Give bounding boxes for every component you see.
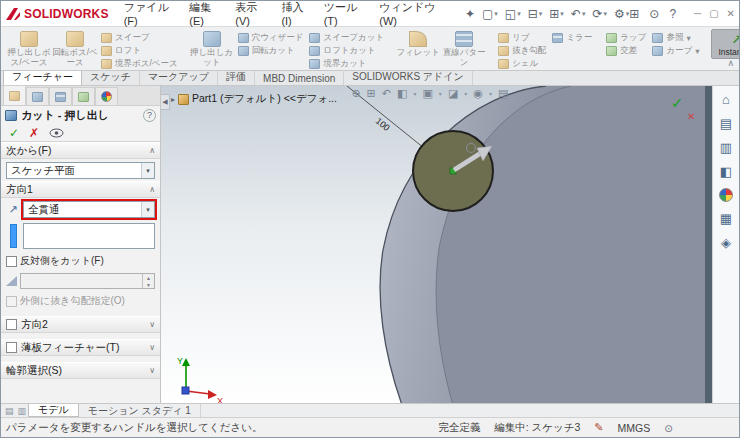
status-icon[interactable]: ⊙ [649, 7, 659, 21]
wrap-button[interactable]: ラップ [603, 31, 649, 44]
undo-button[interactable]: ↶▾ [571, 7, 586, 21]
chevron-down-icon[interactable]: ▾ [439, 90, 442, 97]
lofted-cut-button[interactable]: ロフトカット [306, 44, 387, 57]
print-button[interactable]: ⊞▾ [549, 7, 564, 21]
fillet-button[interactable]: フィレット [395, 29, 441, 58]
splitter-icon[interactable]: ▤ [3, 404, 16, 417]
loft-button[interactable]: ロフト [98, 44, 181, 57]
revolved-boss-button[interactable]: 回転ボス/ベース [52, 29, 98, 68]
save-button[interactable]: ⊟▾ [528, 7, 543, 21]
menu-item-view[interactable]: 表示(V) [228, 0, 274, 30]
swept-cut-button[interactable]: スイープカット [306, 31, 387, 44]
graphics-viewport[interactable]: 100 ✓ ✕ Y X [161, 86, 705, 403]
options-button[interactable]: ⚙▾ [614, 7, 629, 21]
reference-geometry-button[interactable]: 参照▾ [649, 31, 702, 44]
menu-item-file[interactable]: ファイル(F) [117, 0, 183, 30]
section-header-direction2[interactable]: 方向2 ∨ [1, 316, 160, 333]
tab-evaluate[interactable]: 評価 [218, 69, 255, 85]
view-palette-icon[interactable]: ▦ [720, 211, 732, 226]
end-condition-dropdown[interactable]: 全貫通 ▾ [23, 201, 155, 218]
home-icon[interactable]: ⌂ [722, 92, 730, 107]
tab-solidworks-addins[interactable]: SOLIDWORKS アドイン [344, 69, 473, 85]
section-header-from[interactable]: 次から(F) ∧ [1, 142, 160, 159]
flip-side-checkbox[interactable] [6, 256, 17, 267]
resources-icon[interactable]: ▤ [720, 116, 732, 131]
menu-item-edit[interactable]: 編集(E) [182, 0, 228, 30]
boundary-cut-button[interactable]: 境界カット [306, 57, 387, 70]
design-library-icon[interactable]: ▥ [720, 140, 732, 155]
menu-item-insert[interactable]: 挿入(I) [274, 0, 316, 30]
from-dropdown[interactable]: スケッチ平面 ▾ [6, 162, 155, 179]
taskpane-splitter[interactable] [705, 86, 712, 403]
spin-up-icon[interactable]: ▲ [143, 274, 154, 281]
spin-down-icon[interactable]: ▼ [143, 281, 154, 288]
boundary-boss-button[interactable]: 境界ボス/ベース [98, 57, 181, 70]
rebuild-button[interactable]: ⟳▾ [592, 7, 607, 21]
pane-icon[interactable]: ▥ [16, 404, 29, 417]
confirm-cancel-icon[interactable]: ✕ [687, 111, 695, 122]
tab-dimxpert-manager[interactable] [72, 87, 95, 105]
tab-display-manager[interactable] [95, 87, 118, 105]
units-selector[interactable]: MMGS [618, 422, 651, 434]
direction2-checkbox[interactable] [6, 319, 17, 330]
custom-properties-icon[interactable]: ◈ [721, 235, 731, 250]
feature-tree-root[interactable]: ▸ Part1 (デフォルト) <<デフォ... [171, 92, 337, 106]
menu-item-tools[interactable]: ツール(T) [317, 0, 373, 30]
section-header-selected-contours[interactable]: 輪郭選択(S) ∨ [1, 362, 160, 379]
expander-icon[interactable]: ▸ [171, 95, 175, 104]
tab-mbd-dimension[interactable]: MBD Dimension [255, 72, 344, 85]
new-file-button[interactable]: ▢▾ [482, 7, 498, 21]
close-button[interactable]: ✕ [727, 8, 735, 19]
mirror-button[interactable]: ミラー [549, 31, 595, 44]
chevron-down-icon[interactable]: ▾ [413, 90, 416, 97]
instant3d-button[interactable]: ↗ Instant3D [711, 29, 740, 59]
minimize-button[interactable]: ─ [694, 8, 701, 19]
rib-button[interactable]: リブ [495, 31, 549, 44]
preview-eye-icon[interactable] [49, 128, 64, 138]
shell-button[interactable]: シェル [495, 57, 549, 70]
zoom-area-icon[interactable]: ⊞ [367, 87, 376, 100]
help-icon[interactable]: ? [669, 7, 676, 21]
zoom-fit-icon[interactable]: ⊕ [351, 87, 360, 100]
extruded-boss-button[interactable]: 押し出しボス/ベース [6, 29, 52, 68]
linear-pattern-button[interactable]: 直線パターン [441, 29, 487, 68]
section-view-icon[interactable]: ◧ [397, 87, 407, 100]
ok-button[interactable]: ✓ [9, 126, 19, 140]
previous-view-icon[interactable]: ↶ [382, 87, 391, 100]
file-explorer-icon[interactable]: ◧ [720, 164, 732, 179]
reverse-direction-icon[interactable]: ↗ [6, 203, 20, 216]
section-header-thin-feature[interactable]: 薄板フィーチャー(T) ∨ [1, 339, 160, 356]
tab-model[interactable]: モデル [28, 404, 79, 417]
draft-angle-stepper[interactable]: ▲ ▼ [20, 273, 155, 289]
draft-angle-icon[interactable] [6, 276, 17, 286]
maximize-button[interactable]: ▢ [709, 8, 718, 19]
pin-icon[interactable]: ✦ [465, 7, 475, 21]
confirm-check-icon[interactable]: ✓ [671, 94, 684, 111]
draft-outward-checkbox[interactable] [6, 296, 17, 307]
sweep-button[interactable]: スイープ [98, 31, 181, 44]
hole-wizard-button[interactable]: 穴ウィザード [235, 31, 307, 44]
tab-feature-manager[interactable] [26, 87, 49, 105]
tab-sketch[interactable]: スケッチ [82, 69, 140, 85]
draft-button[interactable]: 抜き勾配 [495, 44, 549, 57]
apps-icon[interactable]: ⊞ [629, 7, 639, 21]
direction-reference-listbox[interactable] [23, 223, 155, 249]
hide-show-items-icon[interactable]: ◉ [473, 87, 483, 100]
stepper-buttons[interactable]: ▲ ▼ [142, 274, 154, 288]
cancel-button[interactable]: ✗ [29, 126, 39, 140]
menu-item-window[interactable]: ウィンドウ(W) [372, 0, 451, 30]
open-button[interactable]: ◱▾ [505, 7, 521, 21]
chevron-down-icon[interactable]: ▾ [464, 90, 467, 97]
scene-icon[interactable]: ▤ [498, 87, 508, 100]
ribbon-collapse-icon[interactable]: ∧ [727, 58, 734, 68]
tab-configuration-manager[interactable] [49, 87, 72, 105]
chevron-down-icon[interactable]: ▾ [489, 90, 492, 97]
extruded-cut-button[interactable]: 押し出しカット [189, 29, 235, 68]
tab-property-manager[interactable] [3, 85, 26, 105]
curves-button[interactable]: カーブ▾ [649, 44, 702, 57]
section-header-direction1[interactable]: 方向1 ∧ [1, 181, 160, 198]
panel-collapse-button[interactable]: ◀ [161, 94, 170, 110]
appearances-icon[interactable] [719, 188, 733, 202]
tab-motion-study-1[interactable]: モーション スタディ 1 [79, 404, 201, 417]
view-orientation-icon[interactable]: ▣ [422, 87, 432, 100]
